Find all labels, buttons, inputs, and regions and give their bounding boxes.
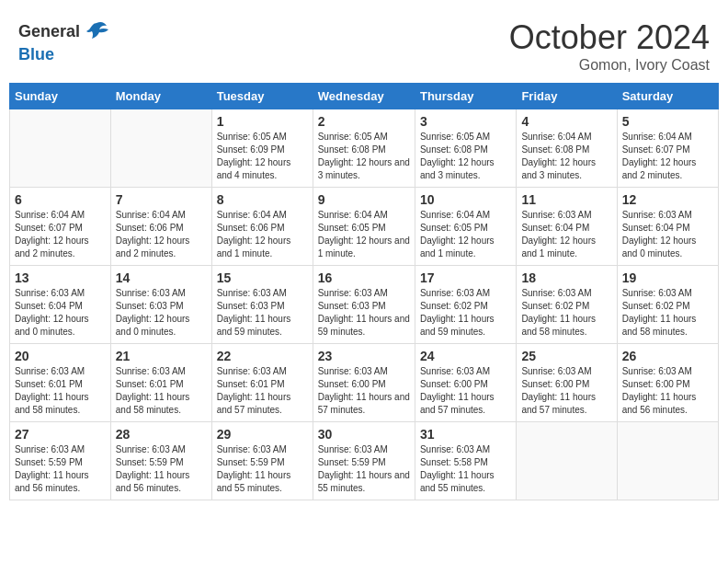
day-info: Sunrise: 6:03 AM Sunset: 6:00 PM Dayligh… — [420, 365, 511, 417]
page-header: General Blue October 2024 Gomon, Ivory C… — [9, 9, 719, 78]
calendar-cell: 19Sunrise: 6:03 AM Sunset: 6:02 PM Dayli… — [617, 266, 718, 344]
weekday-header-sunday: Sunday — [10, 84, 111, 109]
calendar-cell: 11Sunrise: 6:03 AM Sunset: 6:04 PM Dayli… — [517, 188, 617, 266]
calendar-week-row: 27Sunrise: 6:03 AM Sunset: 5:59 PM Dayli… — [10, 422, 719, 500]
day-number: 12 — [622, 192, 713, 207]
day-info: Sunrise: 6:03 AM Sunset: 6:01 PM Dayligh… — [217, 365, 308, 417]
day-info: Sunrise: 6:03 AM Sunset: 6:03 PM Dayligh… — [217, 287, 308, 339]
day-number: 25 — [521, 349, 611, 363]
day-info: Sunrise: 6:04 AM Sunset: 6:08 PM Dayligh… — [521, 131, 611, 182]
day-number: 24 — [420, 349, 511, 363]
day-number: 20 — [15, 349, 106, 363]
logo-blue: Blue — [18, 46, 110, 64]
day-number: 31 — [420, 427, 511, 442]
day-number: 9 — [318, 192, 410, 207]
month-title: October 2024 — [509, 18, 710, 57]
calendar-cell — [617, 422, 718, 500]
day-info: Sunrise: 6:03 AM Sunset: 6:04 PM Dayligh… — [15, 287, 106, 339]
day-info: Sunrise: 6:05 AM Sunset: 6:08 PM Dayligh… — [420, 131, 511, 182]
location-title: Gomon, Ivory Coast — [509, 57, 710, 74]
day-info: Sunrise: 6:03 AM Sunset: 5:59 PM Dayligh… — [15, 443, 106, 495]
calendar-header-row: SundayMondayTuesdayWednesdayThursdayFrid… — [10, 84, 719, 109]
day-info: Sunrise: 6:03 AM Sunset: 6:03 PM Dayligh… — [318, 287, 410, 339]
day-info: Sunrise: 6:03 AM Sunset: 6:02 PM Dayligh… — [622, 287, 713, 339]
calendar-cell: 18Sunrise: 6:03 AM Sunset: 6:02 PM Dayli… — [517, 266, 617, 344]
day-number: 2 — [318, 114, 410, 129]
day-number: 26 — [622, 349, 713, 363]
day-info: Sunrise: 6:03 AM Sunset: 6:00 PM Dayligh… — [318, 365, 410, 417]
day-info: Sunrise: 6:03 AM Sunset: 6:01 PM Dayligh… — [15, 365, 106, 417]
day-info: Sunrise: 6:03 AM Sunset: 5:59 PM Dayligh… — [116, 443, 207, 495]
calendar-cell: 8Sunrise: 6:04 AM Sunset: 6:06 PM Daylig… — [211, 188, 313, 266]
day-info: Sunrise: 6:04 AM Sunset: 6:07 PM Dayligh… — [622, 131, 713, 182]
day-info: Sunrise: 6:03 AM Sunset: 6:03 PM Dayligh… — [116, 287, 207, 339]
day-info: Sunrise: 6:03 AM Sunset: 6:00 PM Dayligh… — [622, 365, 713, 417]
weekday-header-saturday: Saturday — [617, 84, 718, 109]
day-info: Sunrise: 6:03 AM Sunset: 6:02 PM Dayligh… — [521, 287, 611, 339]
calendar-cell — [110, 109, 211, 188]
day-info: Sunrise: 6:03 AM Sunset: 5:58 PM Dayligh… — [420, 443, 511, 495]
calendar-cell: 20Sunrise: 6:03 AM Sunset: 6:01 PM Dayli… — [10, 344, 111, 422]
calendar-cell: 13Sunrise: 6:03 AM Sunset: 6:04 PM Dayli… — [10, 266, 111, 344]
calendar-cell: 10Sunrise: 6:04 AM Sunset: 6:05 PM Dayli… — [415, 188, 516, 266]
day-info: Sunrise: 6:04 AM Sunset: 6:07 PM Dayligh… — [15, 209, 106, 260]
day-info: Sunrise: 6:03 AM Sunset: 6:01 PM Dayligh… — [116, 365, 207, 417]
day-number: 18 — [521, 270, 611, 285]
day-number: 21 — [116, 349, 207, 363]
calendar-cell: 5Sunrise: 6:04 AM Sunset: 6:07 PM Daylig… — [617, 109, 718, 188]
calendar-week-row: 13Sunrise: 6:03 AM Sunset: 6:04 PM Dayli… — [10, 266, 719, 344]
day-number: 10 — [420, 192, 511, 207]
day-info: Sunrise: 6:03 AM Sunset: 5:59 PM Dayligh… — [217, 443, 308, 495]
calendar-cell: 17Sunrise: 6:03 AM Sunset: 6:02 PM Dayli… — [415, 266, 516, 344]
day-number: 7 — [116, 192, 207, 207]
day-info: Sunrise: 6:03 AM Sunset: 6:04 PM Dayligh… — [622, 209, 713, 260]
weekday-header-thursday: Thursday — [415, 84, 516, 109]
calendar-cell: 30Sunrise: 6:03 AM Sunset: 5:59 PM Dayli… — [313, 422, 415, 500]
day-info: Sunrise: 6:03 AM Sunset: 6:04 PM Dayligh… — [521, 209, 611, 260]
weekday-header-wednesday: Wednesday — [313, 84, 415, 109]
title-section: October 2024 Gomon, Ivory Coast — [509, 18, 710, 74]
weekday-header-tuesday: Tuesday — [211, 84, 313, 109]
calendar-week-row: 6Sunrise: 6:04 AM Sunset: 6:07 PM Daylig… — [10, 188, 719, 266]
calendar-cell: 2Sunrise: 6:05 AM Sunset: 6:08 PM Daylig… — [313, 109, 415, 188]
day-number: 13 — [15, 270, 106, 285]
calendar-cell: 24Sunrise: 6:03 AM Sunset: 6:00 PM Dayli… — [415, 344, 516, 422]
calendar-cell — [517, 422, 617, 500]
calendar-cell: 12Sunrise: 6:03 AM Sunset: 6:04 PM Dayli… — [617, 188, 718, 266]
calendar-week-row: 1Sunrise: 6:05 AM Sunset: 6:09 PM Daylig… — [10, 109, 719, 188]
day-info: Sunrise: 6:03 AM Sunset: 6:00 PM Dayligh… — [521, 365, 611, 417]
day-info: Sunrise: 6:04 AM Sunset: 6:05 PM Dayligh… — [420, 209, 511, 260]
day-number: 16 — [318, 270, 410, 285]
calendar-week-row: 20Sunrise: 6:03 AM Sunset: 6:01 PM Dayli… — [10, 344, 719, 422]
day-info: Sunrise: 6:03 AM Sunset: 6:02 PM Dayligh… — [420, 287, 511, 339]
day-number: 19 — [622, 270, 713, 285]
day-number: 23 — [318, 349, 410, 363]
calendar-cell: 1Sunrise: 6:05 AM Sunset: 6:09 PM Daylig… — [211, 109, 313, 188]
day-info: Sunrise: 6:05 AM Sunset: 6:08 PM Dayligh… — [318, 131, 410, 182]
day-number: 30 — [318, 427, 410, 442]
calendar-cell: 7Sunrise: 6:04 AM Sunset: 6:06 PM Daylig… — [110, 188, 211, 266]
day-number: 15 — [217, 270, 308, 285]
day-info: Sunrise: 6:04 AM Sunset: 6:06 PM Dayligh… — [217, 209, 308, 260]
day-info: Sunrise: 6:03 AM Sunset: 5:59 PM Dayligh… — [318, 443, 410, 495]
day-info: Sunrise: 6:04 AM Sunset: 6:05 PM Dayligh… — [318, 209, 410, 260]
day-info: Sunrise: 6:04 AM Sunset: 6:06 PM Dayligh… — [116, 209, 207, 260]
calendar-cell: 16Sunrise: 6:03 AM Sunset: 6:03 PM Dayli… — [313, 266, 415, 344]
calendar-cell: 3Sunrise: 6:05 AM Sunset: 6:08 PM Daylig… — [415, 109, 516, 188]
day-number: 22 — [217, 349, 308, 363]
calendar-cell: 14Sunrise: 6:03 AM Sunset: 6:03 PM Dayli… — [110, 266, 211, 344]
logo: General Blue — [18, 18, 110, 64]
calendar-cell: 26Sunrise: 6:03 AM Sunset: 6:00 PM Dayli… — [617, 344, 718, 422]
calendar-cell: 23Sunrise: 6:03 AM Sunset: 6:00 PM Dayli… — [313, 344, 415, 422]
calendar-cell: 27Sunrise: 6:03 AM Sunset: 5:59 PM Dayli… — [10, 422, 111, 500]
calendar-cell: 21Sunrise: 6:03 AM Sunset: 6:01 PM Dayli… — [110, 344, 211, 422]
calendar-cell: 15Sunrise: 6:03 AM Sunset: 6:03 PM Dayli… — [211, 266, 313, 344]
day-number: 27 — [15, 427, 106, 442]
calendar-cell: 28Sunrise: 6:03 AM Sunset: 5:59 PM Dayli… — [110, 422, 211, 500]
day-number: 29 — [217, 427, 308, 442]
day-number: 1 — [217, 114, 308, 129]
day-number: 11 — [521, 192, 611, 207]
day-number: 14 — [116, 270, 207, 285]
calendar-cell: 4Sunrise: 6:04 AM Sunset: 6:08 PM Daylig… — [517, 109, 617, 188]
day-number: 8 — [217, 192, 308, 207]
